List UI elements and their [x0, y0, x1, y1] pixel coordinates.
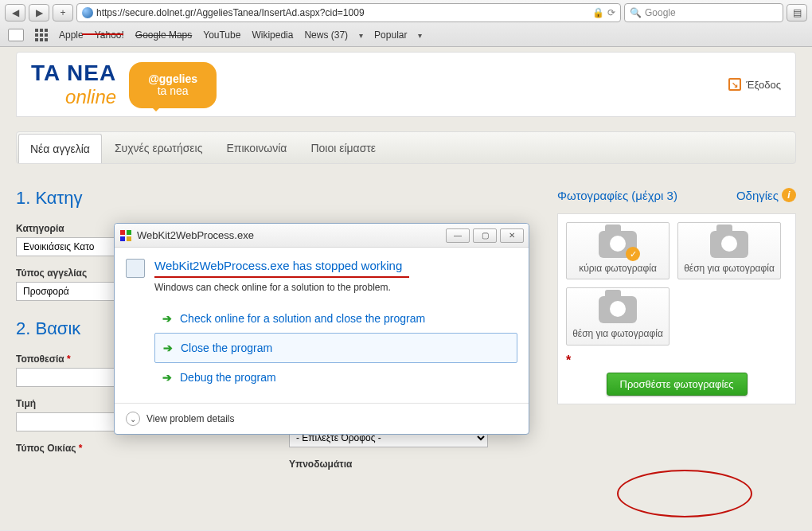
- back-button[interactable]: ◀: [5, 4, 25, 21]
- required-marker: *: [566, 353, 787, 368]
- bubble-line1: @ggelies: [148, 73, 197, 85]
- slot-main-label: κύρια φωτογραφία: [570, 263, 666, 274]
- dialog-app-icon: [119, 229, 132, 242]
- tabs-button[interactable]: ▤: [787, 4, 807, 21]
- check-icon: ✓: [626, 247, 640, 261]
- site-logo[interactable]: TA NEA online @ggelies ta nea: [31, 61, 217, 108]
- reload-icon[interactable]: ⟳: [607, 7, 615, 18]
- camera-icon: [599, 296, 637, 323]
- bedrooms-label: Υπνοδωμάτια: [289, 459, 538, 470]
- tab-faq[interactable]: Συχνές ερωτήσεις: [103, 134, 214, 163]
- tab-contact[interactable]: Επικοινωνία: [215, 134, 298, 163]
- annotation-underline-url: [82, 33, 123, 35]
- bm-gmaps[interactable]: Google Maps: [135, 29, 192, 41]
- arrow-icon: ➔: [162, 312, 172, 325]
- svg-rect-3: [127, 236, 131, 241]
- dialog-footer-label: View problem details: [146, 413, 235, 424]
- brand-primary: TA NEA: [31, 61, 116, 86]
- tab-about[interactable]: Ποιοι είμαστε: [299, 134, 387, 163]
- topsites-icon[interactable]: [35, 29, 48, 41]
- dialog-option-close[interactable]: ➔Close the program: [154, 333, 517, 363]
- arrow-icon: ➔: [163, 342, 173, 354]
- search-placeholder: Google: [645, 7, 676, 18]
- bm-popular[interactable]: Popular: [374, 29, 407, 41]
- site-header: TA NEA online @ggelies ta nea ↘ Έξοδος: [16, 52, 796, 117]
- photo-uploader: ✓ κύρια φωτογραφία θέση για φωτογραφία θ…: [557, 213, 796, 404]
- photos-heading[interactable]: Φωτογραφίες (μέχρι 3): [557, 189, 677, 202]
- dialog-option-check-online[interactable]: ➔Check online for a solution and close t…: [154, 304, 517, 333]
- bookmarks-icon[interactable]: [8, 29, 24, 41]
- camera-icon: ✓: [599, 231, 637, 258]
- logout-link[interactable]: ↘ Έξοδος: [728, 78, 781, 91]
- camera-icon: [710, 231, 748, 258]
- guide-label: Οδηγίες: [736, 189, 779, 202]
- main-tabs: Νέα αγγελία Συχνές ερωτήσεις Επικοινωνία…: [16, 131, 796, 164]
- add-photos-button[interactable]: Προσθέστε φωτογραφίες: [607, 373, 748, 396]
- slot-label: θέση για φωτογραφία: [570, 328, 666, 339]
- dialog-subtext: Windows can check online for a solution …: [154, 282, 517, 293]
- url-extras: 🔒 ⟳: [592, 7, 615, 18]
- brand-bubble: @ggelies ta nea: [129, 62, 217, 108]
- dialog-title-text: WebKit2WebProcess.exe: [137, 229, 441, 241]
- annotation-underline-headline: [154, 276, 409, 278]
- photos-column: Φωτογραφίες (μέχρι 3) Οδηγίες i ✓ κύρια …: [557, 188, 796, 481]
- browser-toolbar: ◀ ▶ + https://secure.dolnet.gr/AggeliesT…: [0, 0, 812, 25]
- bm-yahoo[interactable]: Yahoo!: [95, 29, 124, 41]
- lock-icon: 🔒: [592, 7, 604, 18]
- bm-apple[interactable]: Apple: [59, 29, 84, 41]
- info-icon: i: [782, 188, 796, 202]
- dialog-titlebar[interactable]: WebKit2WebProcess.exe — ▢ ✕: [115, 224, 529, 248]
- minimize-button[interactable]: —: [446, 228, 470, 243]
- photo-slot-3[interactable]: θέση για φωτογραφία: [566, 287, 670, 345]
- add-tab-button[interactable]: +: [53, 4, 73, 21]
- bm-youtube[interactable]: YouTube: [203, 29, 240, 41]
- logout-label: Έξοδος: [746, 79, 781, 91]
- photo-slot-2[interactable]: θέση για φωτογραφία: [677, 222, 781, 279]
- svg-rect-0: [120, 230, 125, 235]
- arrow-icon: ➔: [162, 371, 172, 384]
- search-bar[interactable]: 🔍 Google: [624, 3, 783, 22]
- search-icon: 🔍: [630, 7, 642, 18]
- dialog-footer[interactable]: ⌄ View problem details: [115, 403, 529, 434]
- forward-button[interactable]: ▶: [29, 4, 49, 21]
- dialog-body-icon: [126, 259, 145, 278]
- tab-new-ad[interactable]: Νέα αγγελία: [18, 134, 102, 163]
- dialog-option-debug[interactable]: ➔Debug the program: [154, 363, 517, 392]
- url-text: https://secure.dolnet.gr/AggeliesTanea/I…: [96, 7, 365, 18]
- bm-news[interactable]: News (37): [304, 29, 348, 41]
- dialog-headline: WebKit2WebProcess.exe has stopped workin…: [154, 259, 402, 272]
- maximize-button[interactable]: ▢: [473, 228, 497, 243]
- error-dialog: WebKit2WebProcess.exe — ▢ ✕ WebKit2WebPr…: [114, 223, 529, 435]
- section-1-title: 1. Κατηγ: [16, 188, 538, 209]
- bookmarks-bar: Apple Yahoo! Google Maps YouTube Wikiped…: [0, 25, 812, 46]
- browser-chrome: ◀ ▶ + https://secure.dolnet.gr/AggeliesT…: [0, 0, 812, 47]
- bubble-line2: ta nea: [158, 85, 189, 97]
- housetype-label: Τύπος Οικίας *: [16, 443, 265, 454]
- chevron-down-icon: ⌄: [126, 412, 140, 426]
- logout-icon: ↘: [728, 78, 741, 91]
- site-icon: [82, 7, 93, 18]
- svg-rect-2: [120, 236, 125, 241]
- close-button[interactable]: ✕: [500, 228, 524, 243]
- svg-rect-1: [127, 230, 131, 235]
- slot-label: θέση για φωτογραφία: [681, 263, 777, 274]
- photo-slot-main[interactable]: ✓ κύρια φωτογραφία: [566, 222, 670, 279]
- bm-wikipedia[interactable]: Wikipedia: [252, 29, 293, 41]
- url-bar[interactable]: https://secure.dolnet.gr/AggeliesTanea/I…: [76, 3, 621, 22]
- brand-secondary: online: [41, 86, 116, 108]
- guide-link[interactable]: Οδηγίες i: [736, 188, 796, 202]
